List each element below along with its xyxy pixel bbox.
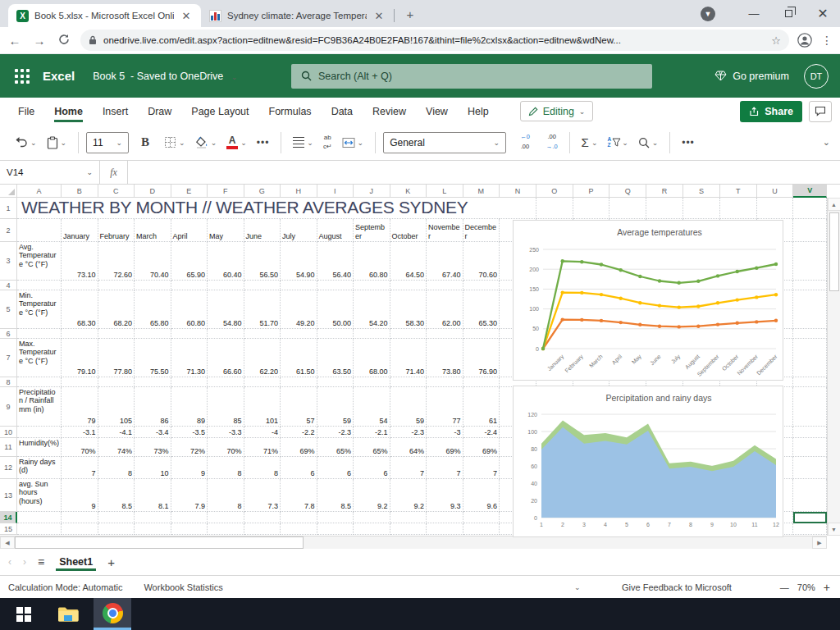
cell[interactable]: 54	[354, 387, 390, 427]
ribbon-tab-view[interactable]: View	[416, 100, 458, 123]
row-header-5[interactable]: 5	[0, 290, 17, 329]
cell[interactable]	[793, 290, 827, 329]
workbook-statistics-label[interactable]: Workbook Statistics	[144, 582, 222, 592]
column-header-B[interactable]: B	[62, 185, 98, 198]
cell[interactable]: 9.2	[390, 479, 427, 512]
app-name[interactable]: Excel	[43, 69, 75, 83]
cell[interactable]	[793, 438, 827, 457]
close-tab-icon[interactable]: ✕	[372, 10, 386, 22]
cell[interactable]: 64%	[390, 438, 427, 457]
column-header-D[interactable]: D	[135, 185, 171, 198]
cell[interactable]: 79	[62, 387, 98, 427]
feedback-link[interactable]: Give Feedback to Microsoft	[622, 582, 732, 592]
month-header-june[interactable]: June	[244, 219, 281, 242]
month-header-september[interactable]: September	[354, 219, 390, 242]
cell[interactable]	[793, 281, 827, 290]
column-header-L[interactable]: L	[427, 185, 463, 198]
cell[interactable]: 8.5	[98, 479, 135, 512]
cell[interactable]: 71.40	[390, 339, 427, 377]
find-button[interactable]: ⌄	[634, 130, 663, 155]
cell[interactable]	[463, 281, 500, 290]
chrome-taskbar-button[interactable]	[94, 598, 131, 630]
wrap-text-button[interactable]: ab c↵	[319, 130, 336, 155]
editing-mode-button[interactable]: Editing ⌄	[520, 101, 594, 121]
cell[interactable]: 8	[98, 457, 135, 479]
sort-filter-button[interactable]: AZ ⌄	[603, 130, 632, 155]
month-header-january[interactable]: January	[62, 219, 98, 242]
cell[interactable]: 8	[244, 457, 281, 479]
cell[interactable]: -3.3	[208, 427, 244, 438]
cell[interactable]	[244, 512, 281, 523]
cell[interactable]	[317, 523, 354, 535]
cell[interactable]	[244, 329, 281, 339]
ribbon-tab-home[interactable]: Home	[44, 100, 93, 123]
cell[interactable]: 57	[281, 387, 317, 427]
reload-icon[interactable]	[56, 34, 72, 48]
row-header-13[interactable]: 13	[0, 479, 17, 512]
scroll-up-icon[interactable]: ▲	[828, 198, 840, 211]
sheet-list-icon[interactable]: ≡	[38, 555, 44, 568]
cell[interactable]: 6	[281, 457, 317, 479]
cell[interactable]: 61	[463, 387, 500, 427]
cell[interactable]	[793, 242, 827, 281]
cell[interactable]	[281, 281, 317, 290]
cell[interactable]: WEATHER BY MONTH // WEATHER AVERAGES SYD…	[17, 198, 500, 219]
account-avatar[interactable]: DT	[804, 64, 829, 89]
close-button[interactable]: ✕	[806, 2, 840, 26]
cell[interactable]: 59	[317, 387, 354, 427]
cell[interactable]: 79.10	[62, 339, 98, 377]
column-header-V[interactable]: V	[793, 185, 827, 198]
row-header-1[interactable]: 1	[0, 198, 17, 219]
cell[interactable]	[244, 281, 281, 290]
cell[interactable]	[463, 512, 500, 523]
cell[interactable]	[609, 198, 646, 219]
paste-button[interactable]: ⌄	[43, 130, 71, 155]
cell[interactable]: 70%	[62, 438, 98, 457]
increase-decimal-button[interactable]: .00 →.0	[542, 130, 562, 155]
cell[interactable]: -3.1	[62, 427, 98, 438]
column-header-I[interactable]: I	[317, 185, 354, 198]
cell[interactable]: 60.80	[354, 242, 390, 281]
column-header-M[interactable]: M	[463, 185, 500, 198]
row-label[interactable]: avg. Sun hours (hours)	[17, 479, 62, 512]
cell[interactable]: 54.20	[354, 290, 390, 329]
cell[interactable]	[98, 512, 135, 523]
cell[interactable]	[757, 198, 794, 219]
start-button[interactable]	[5, 598, 43, 630]
cell[interactable]: -2.3	[317, 427, 354, 438]
alignment-button[interactable]: ⌄	[289, 130, 317, 155]
more-commands-button[interactable]: •••	[678, 130, 699, 155]
share-button[interactable]: Share	[740, 101, 802, 122]
calc-mode-label[interactable]: Calculation Mode: Automatic	[8, 582, 122, 592]
cell[interactable]	[427, 329, 463, 339]
column-header-H[interactable]: H	[281, 185, 317, 198]
fill-color-button[interactable]: ⌄	[191, 130, 221, 155]
cell[interactable]: 51.70	[244, 290, 281, 329]
cell[interactable]: 7	[427, 457, 463, 479]
column-header-C[interactable]: C	[98, 185, 135, 198]
cell[interactable]: 7.8	[281, 479, 317, 512]
cell[interactable]	[463, 329, 500, 339]
cell[interactable]: 9.6	[463, 479, 500, 512]
cell[interactable]	[62, 377, 98, 387]
row-label[interactable]: Avg. Temperature °C (°F)	[17, 242, 62, 281]
cell[interactable]	[17, 523, 62, 535]
cell[interactable]: 68.30	[62, 290, 98, 329]
cell[interactable]	[281, 377, 317, 387]
cell[interactable]	[281, 523, 317, 535]
cell[interactable]: -4	[244, 427, 281, 438]
cell[interactable]	[720, 198, 757, 219]
cell[interactable]	[62, 281, 98, 290]
cell[interactable]: 60.40	[208, 242, 244, 281]
cell[interactable]: 9.3	[427, 479, 463, 512]
cell[interactable]: 105	[98, 387, 135, 427]
column-header-E[interactable]: E	[171, 185, 208, 198]
comments-button[interactable]	[809, 101, 832, 122]
name-box[interactable]: V14 ⌄	[0, 161, 100, 184]
column-header-N[interactable]: N	[500, 185, 536, 198]
column-header-O[interactable]: O	[536, 185, 573, 198]
cell[interactable]: 65.30	[463, 290, 500, 329]
cell[interactable]	[281, 512, 317, 523]
cell[interactable]: -3.5	[171, 427, 208, 438]
cell[interactable]	[793, 479, 827, 512]
